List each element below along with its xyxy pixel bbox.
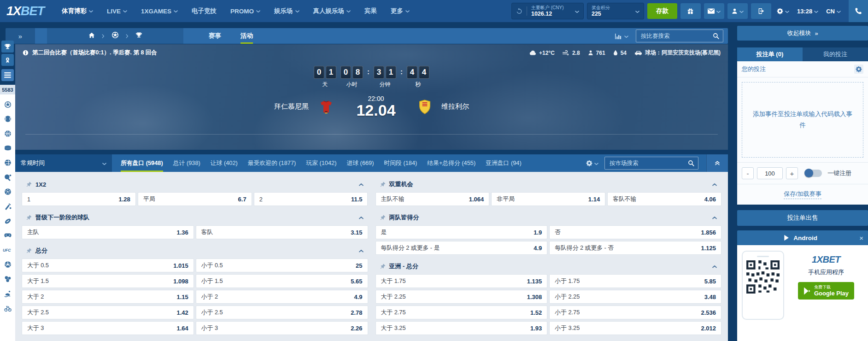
nav-item[interactable]: 娱乐场 — [274, 7, 299, 15]
rail-sport-item[interactable] — [0, 126, 15, 141]
odds-cell[interactable]: 大于 2.51.42 — [22, 306, 194, 319]
odds-cell[interactable]: 小于 24.9 — [196, 290, 368, 304]
rail-sport-item[interactable] — [0, 301, 15, 316]
market-filter-tab[interactable]: 让球 (402) — [205, 154, 243, 172]
nav-item[interactable]: LIVE — [107, 8, 127, 15]
odds-cell[interactable]: 小于 2.52.78 — [196, 306, 368, 319]
odds-cell[interactable]: 每队得分 2 或更多 - 否1.125 — [549, 241, 721, 255]
nav-item[interactable]: PROMO — [230, 8, 260, 15]
odds-cell[interactable]: 小于 1.55.65 — [196, 274, 368, 288]
nav-item[interactable]: 真人娱乐场 — [313, 7, 351, 15]
nav-item[interactable]: 更多 — [391, 7, 410, 15]
rail-sport-item[interactable] — [0, 141, 15, 156]
odds-cell[interactable]: 客队不输4.06 — [607, 192, 721, 206]
game-search-input[interactable] — [640, 32, 710, 40]
odds-cell[interactable]: 大于 2.251.308 — [375, 290, 548, 304]
betslip-settings-button[interactable] — [854, 65, 863, 74]
odds-cell[interactable]: 小于 2.752.536 — [549, 306, 721, 319]
rail-sport-item[interactable] — [0, 272, 15, 287]
rail-sport-item[interactable]: UFC — [0, 243, 15, 258]
bonus-selector[interactable]: 奖金积分 225 — [587, 3, 644, 19]
odds-cell[interactable]: 小于 2.253.48 — [549, 290, 721, 304]
collapse-modules-button[interactable]: 收起模块 » — [737, 26, 868, 41]
rail-sport-item[interactable] — [0, 199, 15, 214]
odds-cell[interactable]: 大于 0.51.015 — [22, 259, 194, 272]
messages-button[interactable] — [704, 3, 724, 19]
odds-cell[interactable]: 大于 31.64 — [22, 321, 194, 335]
rail-sport-item[interactable] — [0, 185, 15, 200]
rail-sport-item[interactable] — [0, 170, 15, 185]
odds-cell[interactable]: 大于 2.751.52 — [375, 306, 548, 319]
market-group-header[interactable]: 总分 — [22, 245, 368, 257]
market-settings-button[interactable] — [586, 159, 598, 167]
odds-cell[interactable]: 主队不输1.064 — [375, 192, 490, 206]
logout-button[interactable] — [751, 3, 771, 19]
rail-button[interactable] — [1, 54, 14, 66]
odds-cell[interactable]: 客队3.15 — [196, 225, 368, 239]
market-group-header[interactable]: 亚洲 - 总分 — [375, 260, 722, 272]
language-selector[interactable]: CN — [824, 8, 843, 15]
rail-sport-item[interactable] — [0, 287, 15, 301]
close-icon[interactable]: × — [859, 235, 863, 241]
market-filter-tab[interactable]: 时间段 (184) — [379, 154, 422, 172]
market-filter-tab[interactable]: 玩家 (1042) — [301, 154, 341, 172]
save-load-link[interactable]: 保存/加载赛事 — [784, 190, 821, 199]
market-group-header[interactable]: 晋级下一阶段的球队 — [22, 212, 368, 223]
market-group-header[interactable]: 1X2 — [22, 178, 368, 190]
rail-sport-item[interactable] — [0, 258, 15, 272]
account-selector[interactable]: 主要帐户 (CNY) 1026.12 — [511, 3, 584, 19]
market-filter-tab[interactable]: 最受欢迎的 (1877) — [243, 154, 301, 172]
odds-cell[interactable]: 11.28 — [22, 192, 136, 206]
sell-betslip-button[interactable]: 投注单出售 — [737, 210, 868, 226]
rail-sport-item[interactable] — [0, 214, 15, 229]
odds-cell[interactable]: 大于 1.751.135 — [375, 274, 548, 288]
odds-cell[interactable]: 小于 32.26 — [196, 321, 368, 335]
rail-sport-item[interactable] — [0, 112, 15, 127]
odds-cell[interactable]: 每队得分 2 或更多 - 是4.9 — [375, 241, 548, 255]
breadcrumb-item[interactable] — [111, 31, 119, 41]
market-filter-tab[interactable]: 总计 (938) — [168, 154, 205, 172]
toolbar-tab[interactable]: 赛事 — [199, 28, 231, 44]
deposit-button[interactable]: 存款 — [647, 3, 677, 19]
market-filter-tab[interactable]: 亚洲盘口 (94) — [481, 154, 527, 172]
market-filter-tab[interactable]: 结果+总得分 (455) — [422, 154, 481, 172]
odds-cell[interactable]: 小于 0.525 — [196, 259, 368, 272]
nav-item[interactable]: 电子竞技 — [192, 7, 217, 15]
android-banner-body[interactable]: Android — [742, 235, 859, 241]
nav-item[interactable]: 宾果 — [364, 7, 377, 15]
time-selector[interactable]: 13:28 — [795, 8, 821, 15]
period-dropdown[interactable]: 常规时间 — [15, 154, 112, 172]
one-click-toggle[interactable] — [804, 170, 822, 177]
odds-cell[interactable]: 是1.9 — [375, 225, 548, 239]
rail-button[interactable] — [1, 69, 14, 81]
search-icon[interactable] — [713, 33, 719, 39]
contact-button[interactable] — [849, 0, 868, 22]
collapse-all-button[interactable] — [706, 154, 728, 172]
breadcrumb-item[interactable] — [88, 32, 95, 40]
odds-cell[interactable]: 大于 1.51.098 — [22, 274, 194, 288]
market-filter-tab[interactable]: 进球 (669) — [341, 154, 379, 172]
search-icon[interactable] — [688, 160, 694, 166]
market-search-input[interactable] — [609, 159, 685, 167]
odds-cell[interactable]: 平局6.7 — [138, 192, 252, 206]
betslip-tab[interactable]: 我的投注 — [803, 47, 868, 61]
odds-cell[interactable]: 否1.856 — [549, 225, 721, 239]
market-group-header[interactable]: 双重机会 — [375, 178, 722, 190]
refresh-icon[interactable] — [516, 8, 522, 14]
market-filter-tab[interactable]: 所有盘口 (5948) — [116, 154, 168, 172]
gift-button[interactable] — [680, 3, 701, 19]
odds-cell[interactable]: 211.5 — [254, 192, 368, 206]
nav-item[interactable]: 体育博彩 — [62, 7, 93, 15]
stake-increase-button[interactable]: + — [786, 167, 798, 179]
odds-cell[interactable]: 小于 3.252.012 — [549, 321, 721, 335]
rail-sport-item[interactable] — [0, 155, 15, 170]
profile-button[interactable] — [727, 3, 748, 19]
brand-logo[interactable]: 1XBET — [6, 4, 44, 18]
google-play-button[interactable]: 免费下载 Google Play — [798, 282, 854, 300]
rail-button[interactable] — [1, 41, 14, 53]
nav-item[interactable]: 1XGAMES — [141, 8, 178, 15]
rail-sport-item[interactable] — [0, 228, 15, 243]
market-group-header[interactable]: 两队皆得分 — [375, 212, 722, 223]
odds-cell[interactable]: 大于 3.251.93 — [375, 321, 548, 335]
odds-cell[interactable]: 主队1.36 — [22, 225, 194, 239]
